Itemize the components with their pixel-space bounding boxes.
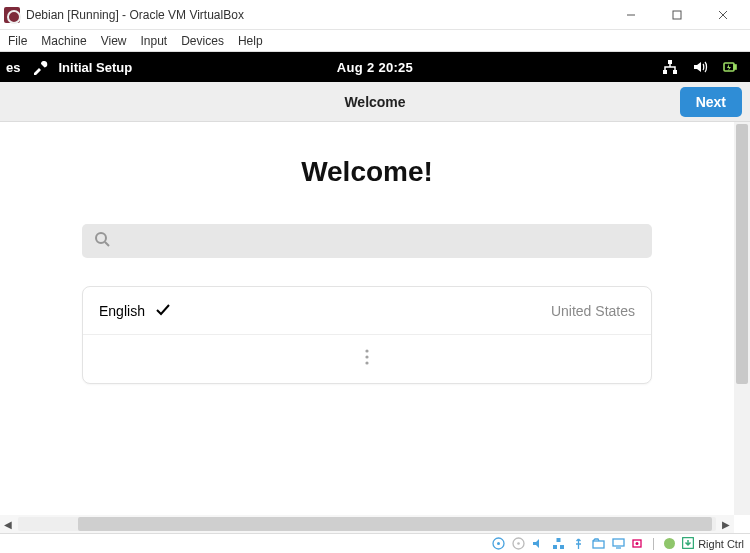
menu-help[interactable]: Help (238, 34, 263, 48)
svg-point-11 (365, 349, 368, 352)
network-status-icon[interactable] (551, 537, 565, 551)
menu-devices[interactable]: Devices (181, 34, 224, 48)
optical-icon[interactable] (511, 537, 525, 551)
language-region: United States (551, 303, 635, 319)
audio-icon[interactable] (531, 537, 545, 551)
svg-point-26 (664, 538, 675, 549)
svg-rect-4 (668, 60, 672, 64)
display-icon[interactable] (611, 537, 625, 551)
welcome-heading: Welcome! (301, 156, 433, 188)
svg-rect-20 (556, 538, 560, 542)
hostkey-label: Right Ctrl (698, 538, 744, 550)
vertical-scrollbar-thumb[interactable] (736, 124, 748, 384)
svg-rect-18 (553, 545, 557, 549)
more-icon (365, 349, 369, 369)
guest-additions-icon[interactable] (662, 537, 676, 551)
svg-rect-1 (673, 11, 681, 19)
host-status-bar: Right Ctrl (0, 533, 750, 553)
vertical-scrollbar[interactable] (734, 122, 750, 515)
gnome-header-bar: Welcome Next (0, 82, 750, 122)
horizontal-scrollbar-thumb[interactable] (78, 517, 712, 531)
language-row-english[interactable]: English United States (83, 287, 651, 334)
svg-rect-5 (663, 70, 667, 74)
scroll-left-arrow[interactable]: ◀ (0, 519, 16, 530)
svg-point-15 (497, 542, 500, 545)
recording-icon[interactable] (631, 537, 645, 551)
maximize-button[interactable] (654, 0, 700, 30)
status-separator (653, 538, 654, 550)
svg-point-17 (517, 542, 520, 545)
tools-icon (32, 59, 48, 75)
host-menubar: File Machine View Input Devices Help (0, 30, 750, 52)
menu-input[interactable]: Input (141, 34, 168, 48)
page-title: Welcome (344, 94, 405, 110)
language-search[interactable] (82, 224, 652, 258)
svg-rect-6 (673, 70, 677, 74)
menu-view[interactable]: View (101, 34, 127, 48)
host-titlebar: Debian [Running] - Oracle VM VirtualBox (0, 0, 750, 30)
svg-rect-8 (734, 65, 736, 69)
more-languages-button[interactable] (83, 334, 651, 383)
svg-line-10 (105, 242, 109, 246)
network-icon[interactable] (662, 59, 678, 75)
host-key-indicator[interactable]: Right Ctrl (682, 537, 744, 551)
minimize-button[interactable] (608, 0, 654, 30)
scroll-right-arrow[interactable]: ▶ (718, 519, 734, 530)
svg-point-12 (365, 355, 368, 358)
svg-point-25 (635, 542, 638, 545)
search-icon (94, 231, 110, 251)
next-button[interactable]: Next (680, 87, 742, 117)
shared-folder-icon[interactable] (591, 537, 605, 551)
hostkey-arrow-icon (682, 537, 694, 551)
usb-icon[interactable] (571, 537, 585, 551)
svg-rect-19 (560, 545, 564, 549)
language-search-input[interactable] (118, 233, 640, 249)
horizontal-scrollbar[interactable]: ◀ ▶ (0, 515, 734, 533)
content-viewport: Welcome! English United States (0, 122, 734, 533)
power-icon[interactable] (722, 59, 738, 75)
svg-point-9 (96, 233, 106, 243)
window-title: Debian [Running] - Oracle VM VirtualBox (26, 8, 244, 22)
horizontal-scrollbar-track[interactable] (18, 517, 716, 531)
language-list: English United States (82, 286, 652, 384)
clock[interactable]: Aug 2 20:25 (337, 60, 413, 75)
svg-point-13 (365, 361, 368, 364)
app-title[interactable]: Initial Setup (58, 60, 132, 75)
close-button[interactable] (700, 0, 746, 30)
activities-partial[interactable]: es (4, 60, 22, 75)
volume-icon[interactable] (692, 59, 708, 75)
svg-rect-21 (593, 541, 604, 548)
language-name: English (99, 303, 145, 319)
virtualbox-logo-icon (4, 7, 20, 23)
menu-file[interactable]: File (8, 34, 27, 48)
gnome-top-bar: es Initial Setup Aug 2 20:25 (0, 52, 750, 82)
menu-machine[interactable]: Machine (41, 34, 86, 48)
check-icon (155, 301, 171, 320)
hdd-icon[interactable] (491, 537, 505, 551)
svg-rect-22 (613, 539, 624, 546)
guest-display: es Initial Setup Aug 2 20:25 Welcome Nex… (0, 52, 750, 533)
